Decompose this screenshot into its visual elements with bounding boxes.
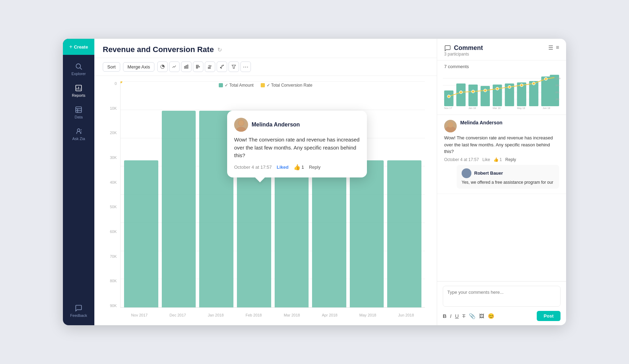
sidebar-item-reports[interactable]: Reports xyxy=(63,79,94,101)
svg-rect-14 xyxy=(187,65,188,68)
right-panel: Comment 3 participants ☰ ≡ 7 comments xyxy=(437,39,566,325)
y-label-70k: 70K xyxy=(110,254,117,259)
image-icon[interactable]: 🖼 xyxy=(479,313,484,319)
y-label-20k: 20K xyxy=(110,131,117,135)
chart-type-scatter[interactable] xyxy=(217,61,227,72)
y-axis: 90K 80K 70K 60K 50K 40K 30K 20K 10K 0 xyxy=(103,81,120,308)
italic-icon[interactable]: I xyxy=(450,313,451,319)
emoji-icon[interactable]: 😊 xyxy=(488,313,494,319)
chart-type-combo[interactable] xyxy=(205,61,215,72)
svg-rect-37 xyxy=(469,85,478,106)
panel-header-icons: ☰ ≡ xyxy=(548,44,559,51)
tooltip-author-name: Melinda Anderson xyxy=(252,122,300,128)
reply-header-1: Robert Bauer xyxy=(462,168,554,178)
svg-rect-6 xyxy=(76,107,82,113)
comments-count-row: 7 comments xyxy=(437,60,566,71)
tooltip-liked-button[interactable]: Liked xyxy=(277,165,289,170)
tooltip-reply-button[interactable]: Reply xyxy=(309,165,320,170)
chart-area: 90K 80K 70K 60K 50K 40K 30K 20K 10K 0 xyxy=(94,76,437,325)
reply-avatar-1 xyxy=(462,168,471,178)
bar-1 xyxy=(162,111,196,307)
y-label-10k: 10K xyxy=(110,106,117,110)
post-button[interactable]: Post xyxy=(537,311,561,321)
refresh-icon[interactable]: ↻ xyxy=(217,46,222,53)
chart-type-bar[interactable] xyxy=(181,61,191,72)
panel-header: Comment 3 participants ☰ ≡ xyxy=(437,39,566,60)
tooltip-like-count: 👍 1 xyxy=(294,164,304,170)
bar-group-7 xyxy=(387,81,421,307)
like-thumb-panel-icon: 👍 xyxy=(493,157,499,162)
sidebar-item-data[interactable]: Data xyxy=(63,101,94,123)
x-label-jan-2018: Jan 2018 xyxy=(208,313,224,317)
panel-scroll[interactable]: Melinda Anderson Wow! The conversion rat… xyxy=(437,115,566,281)
sidebar-item-ask-zia[interactable]: Ask Zia xyxy=(63,123,94,144)
sidebar-item-explorer-label: Explorer xyxy=(72,72,86,76)
svg-rect-18 xyxy=(208,67,209,68)
comment-panel-icon xyxy=(444,45,451,52)
comment-header-1: Melinda Anderson xyxy=(444,120,559,132)
reply-item-1: Robert Bauer Yes, we offered a free assi… xyxy=(457,165,559,189)
svg-point-45 xyxy=(447,95,450,98)
attachment-icon[interactable]: 📎 xyxy=(469,313,476,319)
x-label-mar-2018: Mar 2018 xyxy=(284,313,300,317)
panel-menu-icon[interactable]: ☰ xyxy=(548,44,553,51)
input-tools: B I U T 📎 🖼 😊 xyxy=(443,313,494,319)
svg-rect-19 xyxy=(210,66,210,68)
underline-icon[interactable]: U xyxy=(455,313,459,319)
strikethrough-icon[interactable]: T xyxy=(462,313,465,319)
sidebar: + Create Explorer Reports Data Ask Zia xyxy=(63,39,94,325)
comment-text-1: Wow! The conversion rate and revenue has… xyxy=(444,134,559,155)
comment-author-group-1: Melinda Anderson xyxy=(460,120,503,125)
y-label-30k: 30K xyxy=(110,155,117,160)
x-label-jun-2018: Jun 2018 xyxy=(398,313,414,317)
svg-text:3%: 3% xyxy=(556,98,559,101)
bar-group-0 xyxy=(124,81,158,307)
chart-type-horizontal-bar[interactable] xyxy=(193,61,203,72)
more-options-button[interactable]: ⋯ xyxy=(240,61,251,72)
ask-zia-icon xyxy=(75,128,82,135)
comment-input[interactable] xyxy=(443,286,561,307)
sort-button[interactable]: Sort xyxy=(103,62,120,72)
svg-text:12%: 12% xyxy=(556,77,561,80)
main-content: Revenue and Conversion Rate ↻ Sort Merge… xyxy=(94,39,437,325)
bold-icon[interactable]: B xyxy=(443,313,447,319)
y-label-40k: 40K xyxy=(110,180,117,184)
svg-point-0 xyxy=(76,64,81,68)
tooltip-avatar xyxy=(234,118,248,132)
tooltip-header: Melinda Anderson xyxy=(234,118,360,132)
like-thumb-icon: 👍 xyxy=(294,164,301,170)
sidebar-item-ask-zia-label: Ask Zia xyxy=(72,137,85,141)
svg-rect-43 xyxy=(541,77,551,106)
sidebar-item-explorer[interactable]: Explorer xyxy=(63,58,94,79)
y-label-0: 0 xyxy=(115,81,117,86)
create-button[interactable]: + Create xyxy=(63,39,94,55)
comment-item-1: Melinda Anderson Wow! The conversion rat… xyxy=(437,115,566,194)
panel-filter-icon[interactable]: ≡ xyxy=(556,44,559,51)
svg-rect-16 xyxy=(196,66,200,67)
comment-tooltip: Melinda Anderson Wow! The conversion rat… xyxy=(227,111,367,177)
chart-type-circle[interactable] xyxy=(157,61,168,72)
comment-avatar-1 xyxy=(444,120,457,132)
chart-type-funnel[interactable] xyxy=(229,61,239,72)
page-title: Revenue and Conversion Rate xyxy=(103,45,214,54)
sidebar-bottom: Feedback xyxy=(63,299,94,325)
svg-point-52 xyxy=(532,82,535,85)
comment-reply-btn-1[interactable]: Reply xyxy=(505,157,516,162)
panel-title: Comment xyxy=(454,44,483,52)
comment-time-1: October 4 at 17:57 xyxy=(444,157,479,162)
svg-point-29 xyxy=(236,127,246,132)
y-label-50k: 50K xyxy=(110,205,117,209)
chart-type-line[interactable] xyxy=(169,61,180,72)
y-label-90k: 90K xyxy=(110,304,117,308)
comment-like-btn-1[interactable]: Like xyxy=(482,157,490,162)
feedback-icon xyxy=(75,304,82,312)
panel-title-row: Comment xyxy=(444,44,483,52)
merge-axis-button[interactable]: Merge Axis xyxy=(123,62,154,72)
bar-group-1 xyxy=(162,81,196,307)
sidebar-item-feedback[interactable]: Feedback xyxy=(63,299,94,321)
comment-input-area: B I U T 📎 🖼 😊 Post xyxy=(437,281,566,325)
sidebar-item-feedback-label: Feedback xyxy=(70,313,87,318)
svg-text:6%: 6% xyxy=(556,91,559,94)
chart-type-group: ⋯ xyxy=(157,61,251,72)
svg-line-1 xyxy=(80,68,82,70)
